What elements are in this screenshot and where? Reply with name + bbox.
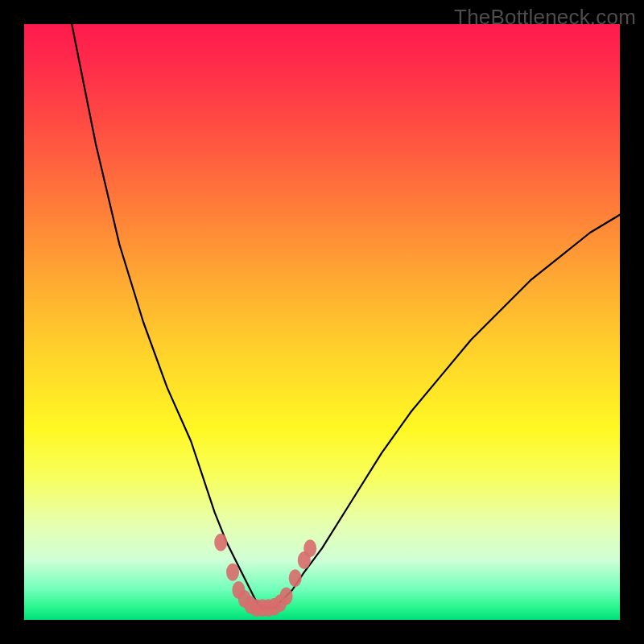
data-markers — [214, 534, 316, 617]
marker-point — [280, 587, 293, 605]
marker-point — [289, 569, 302, 587]
plot-area — [24, 24, 620, 620]
chart-frame: TheBottleneck.com — [0, 0, 644, 644]
marker-point — [214, 534, 227, 551]
marker-point — [303, 539, 316, 557]
marker-point — [226, 564, 239, 581]
curve-svg — [24, 24, 620, 620]
bottleneck-curve — [72, 24, 620, 608]
